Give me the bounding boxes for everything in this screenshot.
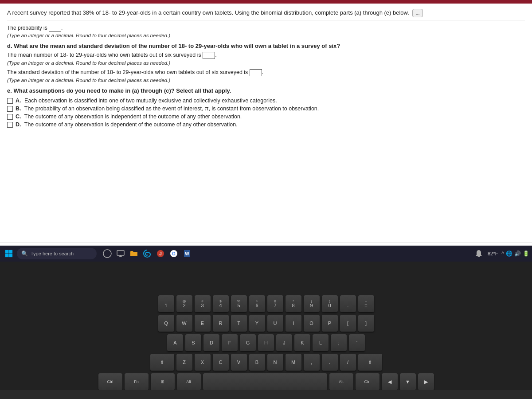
option-b: B. The probability of an observation bei… [7,106,525,112]
taskbar-icon-circle[interactable] [102,248,113,259]
key-6[interactable]: ^6 [249,295,265,312]
ellipsis-button[interactable]: ... [412,9,422,17]
checkbox-options: A. Each observation is classified into o… [7,98,525,128]
key-c[interactable]: C [213,354,229,371]
key-u[interactable]: U [267,315,283,332]
key-e[interactable]: E [195,315,211,332]
key-bracket-l[interactable]: [ [340,315,356,332]
key-t[interactable]: T [231,315,247,332]
key-left[interactable]: ◀ [382,373,398,390]
key-d[interactable]: D [203,334,219,351]
svg-point-4 [103,250,111,258]
key-alt-l[interactable]: Alt [177,373,201,390]
battery-icon[interactable]: 🔋 [523,250,529,257]
taskbar-icon-folder[interactable] [129,248,139,259]
checkbox-a[interactable] [7,98,13,104]
checkbox-b[interactable] [7,106,13,112]
key-l[interactable]: L [313,334,329,351]
key-7[interactable]: &7 [267,295,283,312]
sound-icon[interactable]: 🔊 [514,250,521,257]
prob-instruction: (Type an integer or a decimal. Round to … [7,33,525,38]
std-answer-line: The standard deviation of the number of … [7,69,525,76]
part-d-question: d. What are the mean and standard deviat… [7,43,525,49]
taskbar-icon-edge[interactable] [142,248,153,259]
mean-answer-line: The mean number of 18- to 29-year-olds w… [7,52,525,59]
key-period[interactable]: . [322,354,338,371]
search-icon: 🔍 [21,250,28,257]
key-win[interactable]: ⊞ [151,373,175,390]
key-p[interactable]: P [322,315,338,332]
key-8[interactable]: *8 [286,295,301,312]
key-x[interactable]: X [195,354,211,371]
taskbar-icon-google[interactable]: G [168,248,179,259]
prob-input[interactable] [49,25,61,32]
taskbar: 🔍 Type here to search [0,246,532,262]
taskbar-icon-word[interactable]: W [182,248,192,259]
std-input[interactable] [250,69,262,76]
key-z[interactable]: Z [176,354,192,371]
key-quote[interactable]: ' [349,334,365,351]
problem-statement: A recent survey reported that 38% of 18-… [7,9,525,20]
key-row-numbers: !1 @2 #3 $4 %5 ^6 &7 *8 (9 )0 _- += [18,295,514,312]
key-ctrl-r[interactable]: Ctrl [356,373,379,390]
key-f[interactable]: F [222,334,238,351]
laptop-bottom-bezel [0,390,532,399]
key-shift-l[interactable]: ⇧ [150,354,174,371]
key-4[interactable]: $4 [213,295,229,312]
key-n[interactable]: N [267,354,283,371]
key-0[interactable]: )0 [322,295,338,312]
key-minus[interactable]: _- [340,295,356,312]
key-v[interactable]: V [231,354,247,371]
part-e-section: e. What assumptions do you need to make … [7,87,525,128]
mean-input[interactable] [203,52,215,59]
taskbar-search-box[interactable]: 🔍 Type here to search [17,248,97,259]
key-5[interactable]: %5 [231,295,247,312]
key-y[interactable]: Y [249,315,265,332]
keyboard-area: !1 @2 #3 $4 %5 ^6 &7 *8 (9 )0 _- += Q W … [0,262,532,399]
svg-rect-3 [9,254,12,257]
key-spacebar[interactable] [203,373,327,390]
key-o[interactable]: O [304,315,320,332]
part-e-question: e. What assumptions do you need to make … [7,87,525,94]
key-j[interactable]: J [276,334,292,351]
key-a[interactable]: A [167,334,183,351]
key-down[interactable]: ▼ [400,373,416,390]
checkbox-c[interactable] [7,114,13,120]
option-a: A. Each observation is classified into o… [7,98,525,104]
key-ctrl-l[interactable]: Ctrl [98,373,122,390]
key-alt-r[interactable]: Alt [329,373,353,390]
key-b[interactable]: B [249,354,265,371]
checkbox-d[interactable] [7,122,13,128]
key-shift-r[interactable]: ⇧ [358,354,382,371]
key-bracket-r[interactable]: ] [358,315,374,332]
key-k[interactable]: K [294,334,310,351]
key-1[interactable]: !1 [158,295,174,312]
key-2[interactable]: @2 [176,295,192,312]
key-r[interactable]: R [213,315,229,332]
key-3[interactable]: #3 [195,295,211,312]
key-fn[interactable]: Fn [125,373,149,390]
start-button[interactable] [3,247,15,260]
key-comma[interactable]: , [304,354,320,371]
key-9[interactable]: (9 [304,295,320,312]
key-h[interactable]: H [258,334,274,351]
key-q[interactable]: Q [158,315,174,332]
key-w[interactable]: W [176,315,192,332]
network-icon[interactable]: 🌐 [506,250,512,257]
svg-text:G: G [172,251,176,256]
key-right[interactable]: ▶ [418,373,434,390]
part-d-section: d. What are the mean and standard deviat… [7,43,525,83]
windows-logo-icon [5,250,13,258]
key-plus[interactable]: += [358,295,374,312]
mean-instruction: (Type an integer or a decimal. Round to … [7,60,525,66]
key-semicolon[interactable]: ; [331,334,347,351]
taskbar-notification-icon[interactable] [473,248,484,259]
chevron-up-tray-icon[interactable]: ^ [501,250,504,257]
key-s[interactable]: S [185,334,201,351]
key-m[interactable]: M [286,354,301,371]
key-slash[interactable]: / [340,354,356,371]
taskbar-icon-red[interactable]: J [155,248,166,259]
key-i[interactable]: I [286,315,301,332]
key-g[interactable]: G [240,334,256,351]
taskbar-icon-monitor[interactable] [115,248,126,259]
